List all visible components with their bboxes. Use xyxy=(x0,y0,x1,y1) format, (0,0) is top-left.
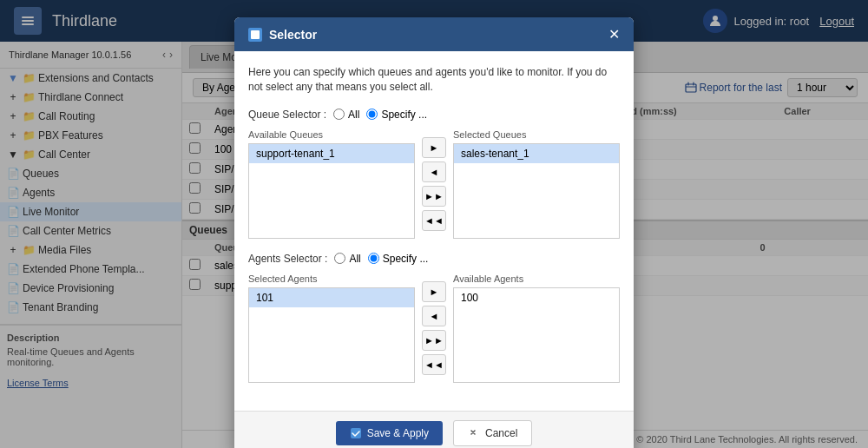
available-agents-label: Available Agents xyxy=(453,273,620,284)
cancel-icon xyxy=(468,427,480,439)
agents-specify-label: Specify ... xyxy=(383,253,429,265)
agents-specify-input[interactable] xyxy=(368,253,379,264)
available-agents-container: Available Agents 100 xyxy=(453,273,620,383)
transfer-left-button[interactable]: ◄ xyxy=(422,161,446,182)
selected-agents-container: Selected Agents 101 xyxy=(248,273,415,383)
cancel-button[interactable]: Cancel xyxy=(453,420,532,446)
available-queues-list[interactable]: support-tenant_1 xyxy=(248,143,415,239)
svg-rect-6 xyxy=(251,30,260,39)
available-queues-label: Available Queues xyxy=(248,129,415,140)
agents-transfer-all-left-button[interactable]: ◄◄ xyxy=(422,354,446,375)
queue-all-radio[interactable]: All xyxy=(333,109,359,121)
app-container: Thirdlane Logged in: root Logout Thirdla… xyxy=(0,0,868,448)
save-label: Save & Apply xyxy=(367,427,429,439)
cancel-label: Cancel xyxy=(485,427,517,439)
modal-title: Selector xyxy=(269,28,602,42)
save-icon xyxy=(350,427,362,439)
modal-footer: Save & Apply Cancel xyxy=(234,411,634,448)
selector-modal: Selector ✕ Here you can specify which qu… xyxy=(234,17,634,448)
selected-queues-list[interactable]: sales-tenant_1 xyxy=(453,143,620,239)
agents-transfer-all-right-button[interactable]: ►► xyxy=(422,330,446,351)
queue-transfer-buttons: ► ◄ ►► ◄◄ xyxy=(422,137,446,231)
agents-selector-label: Agents Selector : xyxy=(248,253,327,265)
agents-transfer-right-button[interactable]: ► xyxy=(422,281,446,302)
queue-specify-radio[interactable]: Specify ... xyxy=(366,109,427,121)
agents-specify-radio[interactable]: Specify ... xyxy=(368,253,429,265)
queue-specify-label: Specify ... xyxy=(381,109,427,121)
list-item[interactable]: 101 xyxy=(249,288,414,307)
agents-all-radio[interactable]: All xyxy=(334,253,360,265)
agents-selector-row: Agents Selector : All Specify ... xyxy=(248,253,620,265)
modal-icon xyxy=(248,28,262,42)
queue-specify-input[interactable] xyxy=(366,109,378,120)
selected-queues-label: Selected Queues xyxy=(453,129,620,140)
list-item[interactable]: sales-tenant_1 xyxy=(454,144,619,163)
list-item[interactable]: 100 xyxy=(454,288,619,307)
list-item[interactable]: support-tenant_1 xyxy=(249,144,414,163)
available-queues-container: Available Queues support-tenant_1 xyxy=(248,129,415,239)
modal-body: Here you can specify which queues and ag… xyxy=(234,51,634,411)
modal-overlay: Selector ✕ Here you can specify which qu… xyxy=(0,0,868,448)
queue-all-input[interactable] xyxy=(333,109,345,120)
agents-transfer-buttons: ► ◄ ►► ◄◄ xyxy=(422,281,446,375)
available-agents-list[interactable]: 100 xyxy=(453,287,620,383)
agents-all-input[interactable] xyxy=(334,253,345,264)
agents-radio-group: All Specify ... xyxy=(334,253,428,265)
modal-description: Here you can specify which queues and ag… xyxy=(248,65,620,95)
modal-header: Selector ✕ xyxy=(234,17,634,51)
queue-radio-group: All Specify ... xyxy=(333,109,427,121)
queue-transfer-area: Available Queues support-tenant_1 ► ◄ ►►… xyxy=(248,129,620,239)
modal-close-button[interactable]: ✕ xyxy=(608,26,620,43)
save-apply-button[interactable]: Save & Apply xyxy=(336,421,443,445)
agents-transfer-left-button[interactable]: ◄ xyxy=(422,306,446,326)
agents-all-label: All xyxy=(349,253,360,265)
queue-selector-label: Queue Selector : xyxy=(248,109,326,121)
transfer-right-button[interactable]: ► xyxy=(422,137,446,158)
transfer-all-left-button[interactable]: ◄◄ xyxy=(422,210,446,231)
selected-queues-container: Selected Queues sales-tenant_1 xyxy=(453,129,620,239)
selected-agents-label: Selected Agents xyxy=(248,273,415,284)
transfer-all-right-button[interactable]: ►► xyxy=(422,186,446,207)
queue-selector-row: Queue Selector : All Specify ... xyxy=(248,109,620,121)
selected-agents-list[interactable]: 101 xyxy=(248,287,415,383)
queue-all-label: All xyxy=(348,109,359,121)
agents-transfer-area: Selected Agents 101 ► ◄ ►► ◄◄ Available … xyxy=(248,273,620,383)
